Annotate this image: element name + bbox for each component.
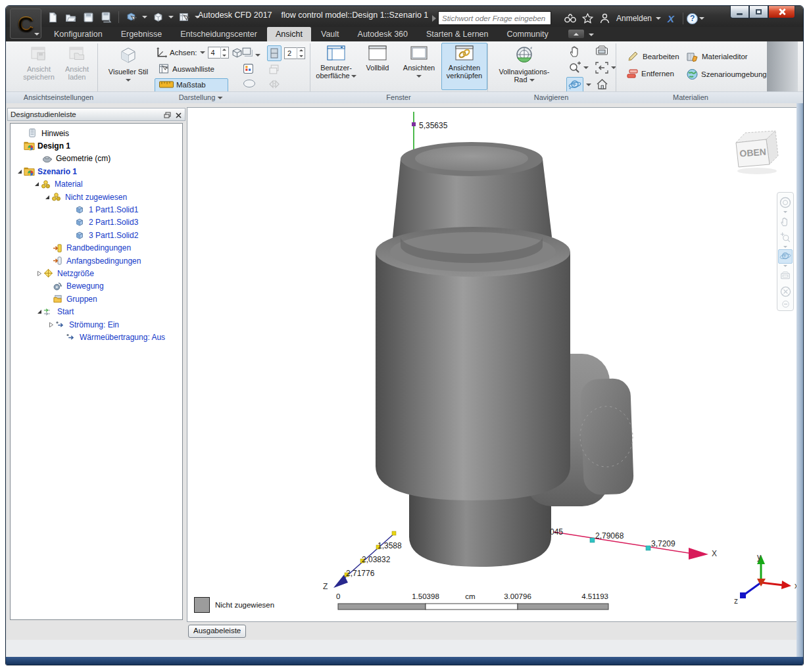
tree-item-2-part1-solid3[interactable]: 2 Part1.Solid3 (11, 216, 182, 229)
window-count-control[interactable]: 2 (284, 47, 305, 59)
visual-style-dropdown-caret-icon[interactable] (168, 16, 174, 18)
visual-style-quick-button[interactable] (151, 10, 165, 24)
axes-count-spinner[interactable]: 4 (208, 47, 229, 59)
group-label[interactable]: Darstellung (179, 93, 223, 101)
tree-collapsed-icon[interactable] (36, 271, 43, 276)
tree-expanded-icon[interactable] (36, 309, 43, 314)
views-button[interactable]: Ansichten (399, 43, 439, 90)
appearance-control[interactable] (243, 63, 254, 77)
tree-item-wärmeübertragung-aus[interactable]: Wärmeübertragung: Aus (11, 331, 182, 343)
tree-item-label[interactable]: Design 1 (37, 141, 70, 151)
tab-ergebnisse[interactable]: Ergebnisse (112, 27, 171, 41)
close-button[interactable] (768, 6, 795, 18)
flat-view-icon[interactable] (232, 47, 243, 59)
camera-view-button[interactable] (595, 45, 608, 59)
search-binoculars-icon[interactable] (562, 11, 578, 26)
link-views-button[interactable]: Ansichtenverknüpfen (441, 43, 487, 90)
view-cube[interactable]: OBEN (725, 125, 788, 178)
scale-toggle-button[interactable]: Maßstab (155, 78, 228, 93)
tree-item-start[interactable]: Start (11, 305, 182, 318)
tab-ansicht[interactable]: Ansicht (267, 27, 311, 41)
tree-item-label[interactable]: Wärmeübertragung: Aus (80, 333, 165, 342)
tab-autodesk-360[interactable]: Autodesk 360 (349, 27, 416, 41)
visual-style-button[interactable]: Visueller Stil (105, 43, 152, 90)
signin-dropdown-caret-icon[interactable] (656, 17, 661, 20)
open-file-button[interactable] (63, 10, 78, 24)
load-view-button[interactable]: Ansichtladen (60, 43, 94, 90)
window-count-spinner[interactable]: 2 (284, 47, 305, 59)
tree-item-strömung-ein[interactable]: Strömung: Ein (11, 318, 182, 331)
clone-view-control[interactable] (268, 64, 280, 78)
tree-item-3-part1-solid2[interactable]: 3 Part1.Solid2 (11, 229, 182, 241)
tree-item-label[interactable]: Randbedingungen (66, 243, 131, 252)
window-layout-button[interactable] (267, 45, 282, 61)
zoom-tool-icon[interactable] (778, 230, 793, 245)
tree-item-label[interactable]: Anfangsbedingungen (66, 256, 141, 266)
tree-item-label[interactable]: Start (57, 307, 74, 316)
zoom-button[interactable] (568, 61, 582, 77)
pan-button[interactable] (569, 45, 582, 60)
tree-expanded-icon[interactable] (43, 195, 51, 200)
zoom-extents-tool-icon[interactable] (778, 284, 793, 299)
zoom-tool-caret-icon[interactable] (783, 246, 787, 248)
minimize-button[interactable] (730, 6, 749, 18)
tab-starten-lernen[interactable]: Starten & Lernen (418, 27, 497, 41)
save-as-button[interactable] (99, 10, 113, 24)
selection-list-button[interactable] (177, 10, 191, 24)
ribbon-collapse-caret-icon[interactable] (589, 34, 594, 36)
material-editor-button[interactable]: Materialeditor (686, 51, 748, 62)
save-button[interactable] (81, 10, 95, 24)
viewport-3d[interactable]: 5,35635 045 (187, 107, 803, 622)
navwheel-icon[interactable] (778, 195, 793, 210)
tree-expanded-icon[interactable] (16, 169, 24, 174)
tree-item-label[interactable]: Nicht zugewiesen (65, 193, 127, 202)
pan-tool-icon[interactable] (778, 214, 793, 229)
tree-item-label[interactable]: 3 Part1.Solid2 (89, 231, 138, 240)
tree-item-label[interactable]: Geometrie (cm) (56, 154, 110, 163)
tree-item-geometrie-cm-[interactable]: Geometrie (cm) (11, 153, 182, 165)
tree-item-bewegung[interactable]: Bewegung (11, 280, 182, 293)
help-icon[interactable]: ? (687, 13, 698, 24)
tab-konfiguration[interactable]: Konfiguration (45, 27, 111, 41)
selection-dropdown-caret-icon[interactable] (142, 16, 147, 18)
close-panel-icon[interactable] (174, 110, 183, 120)
tab-vault[interactable]: Vault (312, 27, 348, 41)
tree-item-label[interactable]: Gruppen (66, 295, 97, 304)
tree-item-gruppen[interactable]: Gruppen (11, 293, 182, 305)
output-bar-button[interactable]: Ausgabeleiste (188, 625, 246, 638)
selection-list-control[interactable]: Auswahlliste (159, 63, 214, 74)
tab-community[interactable]: Community (499, 27, 557, 41)
signin-label[interactable]: Anmelden (616, 14, 652, 23)
tree-item-netzgröße[interactable]: Netzgröße (11, 267, 182, 279)
tree-item-szenario-1[interactable]: Szenario 1 (11, 165, 182, 178)
tree-item-anfangsbedingungen[interactable]: Anfangsbedingungen (11, 254, 182, 267)
tree-item-label[interactable]: Netzgröße (57, 269, 94, 278)
navigation-wheel-button[interactable]: Vollnavigations-Rad (493, 43, 556, 90)
axes-dropdown-caret-icon[interactable] (200, 51, 205, 54)
ribbon-collapse-button[interactable] (568, 29, 585, 39)
mirror-view-control[interactable] (268, 80, 280, 91)
viewcube-face-label[interactable]: OBEN (739, 147, 766, 159)
zoom-extents-button[interactable] (595, 62, 608, 76)
zoom-caret-icon[interactable] (583, 66, 589, 69)
outline-control[interactable] (243, 79, 256, 91)
tree-collapsed-icon[interactable] (47, 322, 55, 327)
tree-item-material[interactable]: Material (11, 178, 182, 191)
help-dropdown-caret-icon[interactable] (699, 17, 704, 20)
orbit-caret-icon[interactable] (586, 84, 591, 86)
exchange-apps-icon[interactable]: X (668, 13, 674, 24)
tree-item-label[interactable]: Strömung: Ein (69, 320, 119, 329)
user-interface-button[interactable]: Benutzer-oberfläche (314, 43, 358, 90)
tree-item-randbedingungen[interactable]: Randbedingungen (11, 242, 182, 254)
tree-item-label[interactable]: 1 Part1.Solid1 (89, 205, 138, 214)
save-view-button[interactable]: Ansichtspeichern (20, 43, 57, 90)
search-input[interactable] (438, 11, 551, 25)
navbar-collapse-icon[interactable] (778, 300, 793, 308)
orbit-button[interactable] (566, 77, 583, 93)
user-avatar-icon[interactable] (597, 11, 612, 26)
remove-material-button[interactable]: Entfernen (627, 68, 674, 79)
orbit-tool-caret-icon[interactable] (783, 265, 787, 267)
perspective-control[interactable] (241, 47, 260, 60)
app-menu-button[interactable]: C (10, 9, 41, 39)
tree-item-nicht-zugewiesen[interactable]: Nicht zugewiesen (11, 191, 182, 203)
